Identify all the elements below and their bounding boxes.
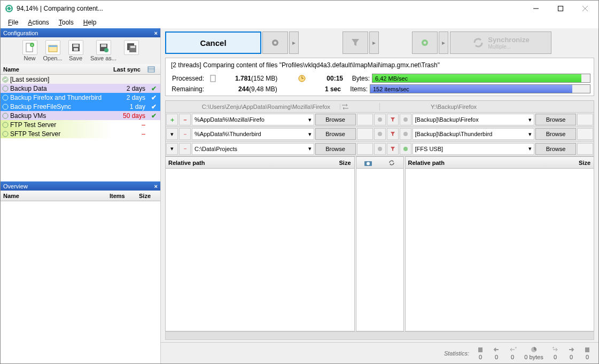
pair-compare-settings[interactable] — [374, 143, 386, 155]
overview-col-name[interactable]: Name — [1, 193, 110, 199]
sync-settings-dropdown[interactable]: ▸ — [439, 31, 448, 54]
svg-point-0 — [5, 5, 13, 12]
svg-rect-12 — [74, 48, 78, 51]
compare-settings-button[interactable] — [262, 31, 288, 54]
config-row-last-session[interactable]: [Last session] — [1, 75, 160, 84]
right-grid[interactable]: Relative pathSize — [405, 156, 595, 331]
browse-right-button[interactable]: Browse — [535, 114, 576, 125]
folder-pair-row: ▾ － %AppData%\Thunderbird▾ Browse [Backu… — [166, 127, 594, 141]
open-button[interactable]: Open... — [42, 39, 64, 62]
bytes-progress: 6,42 MB/sec — [372, 74, 590, 83]
sync-settings-button[interactable] — [412, 31, 438, 54]
filter-dropdown[interactable]: ▸ — [369, 31, 379, 54]
browse-left-button[interactable]: Browse — [315, 114, 356, 125]
compare-dropdown[interactable]: ▸ — [289, 31, 299, 54]
cloud-right-button[interactable] — [577, 128, 593, 140]
overview-col-size[interactable]: Size — [139, 193, 160, 199]
right-path-input[interactable]: [Backup]\Backup\Thunderbird▾ — [413, 128, 535, 140]
refresh-icon — [2, 131, 9, 137]
expand-button[interactable]: ▾ — [166, 143, 178, 155]
left-path-input[interactable]: C:\Data\Projects▾ — [192, 143, 314, 155]
maximize-button[interactable] — [548, 1, 573, 16]
cancel-button[interactable]: Cancel — [165, 31, 261, 54]
config-row-ftp-test[interactable]: FTP Test Server– — [1, 120, 160, 129]
remove-pair-button[interactable]: － — [179, 128, 191, 140]
svg-text:+: + — [552, 346, 555, 350]
cloud-left-button[interactable] — [357, 128, 373, 140]
menu-help[interactable]: Help — [79, 18, 101, 27]
processed-count: 1.781 — [219, 75, 251, 82]
col-size-left[interactable]: Size — [324, 160, 354, 166]
pair-sync-settings[interactable] — [400, 114, 411, 125]
swap-button[interactable] — [340, 103, 380, 110]
left-path-input[interactable]: %AppData%\Thunderbird▾ — [192, 128, 314, 140]
col-view-button[interactable] — [147, 66, 160, 73]
refresh-icon — [2, 85, 9, 92]
left-path-input[interactable]: %AppData%\Mozilla\Firefo▾ — [192, 114, 314, 125]
cloud-right-button[interactable] — [577, 114, 593, 125]
minimize-button[interactable] — [524, 1, 548, 16]
svg-point-30 — [274, 42, 277, 44]
right-path-input[interactable]: [Backup]\Backup\Firefox▾ — [413, 114, 535, 125]
titlebar: 94,14% | Comparing content... — [1, 1, 598, 17]
config-row-backup-firefox-thunderbird[interactable]: Backup Firefox and Thunderbird2 days✔ — [1, 93, 160, 102]
right-path-input[interactable]: [FFS USB]▾ — [413, 143, 535, 155]
config-row-backup-data[interactable]: Backup Data2 days✔ — [1, 84, 160, 93]
col-size-right[interactable]: Size — [564, 160, 594, 166]
browse-right-button[interactable]: Browse — [535, 143, 576, 155]
config-close-icon[interactable]: × — [154, 30, 158, 36]
col-name[interactable]: Name — [1, 66, 113, 73]
remove-pair-button[interactable]: － — [179, 143, 191, 155]
camera-icon[interactable] — [364, 159, 372, 167]
svg-point-15 — [104, 48, 108, 52]
col-last-sync[interactable]: Last sync — [113, 66, 147, 73]
browse-left-button[interactable]: Browse — [315, 128, 356, 140]
overview-col-items[interactable]: Items — [110, 193, 139, 199]
menu-file[interactable]: File — [4, 18, 22, 27]
compare-grids: Relative pathSize Relative pathSize — [165, 156, 594, 331]
pair-filter[interactable] — [387, 114, 399, 125]
overview-title: Overview — [3, 183, 28, 189]
pair-compare-settings[interactable] — [374, 128, 386, 140]
remove-pair-button[interactable]: － — [179, 114, 191, 125]
config-row-sftp-test[interactable]: SFTP Test Server– — [1, 129, 160, 138]
cloud-left-button[interactable] — [357, 114, 373, 125]
close-button[interactable] — [573, 1, 597, 16]
refresh-icon[interactable] — [387, 159, 396, 167]
browse-left-button[interactable]: Browse — [315, 143, 356, 155]
add-pair-button[interactable]: ＋ — [166, 114, 178, 125]
filter-button[interactable] — [343, 31, 368, 54]
new-button[interactable]: +New — [19, 39, 41, 62]
config-row-backup-freefilesync[interactable]: Backup FreeFileSync1 day✔ — [1, 102, 160, 111]
menu-actions[interactable]: Actions — [24, 18, 53, 27]
config-row-backup-vms[interactable]: Backup VMs50 days✔ — [1, 111, 160, 120]
horizontal-scrollbar[interactable] — [165, 331, 594, 340]
pair-filter[interactable] — [387, 128, 399, 140]
middle-grid[interactable] — [356, 156, 404, 331]
cloud-left-button[interactable] — [357, 143, 373, 155]
svg-text:+: + — [515, 346, 517, 350]
pair-sync-settings[interactable] — [400, 143, 411, 155]
config-list[interactable]: [Last session] Backup Data2 days✔ Backup… — [1, 75, 160, 181]
pair-filter[interactable] — [387, 143, 399, 155]
save-batch-button[interactable] — [120, 39, 143, 62]
file-icon — [209, 75, 217, 82]
pair-compare-settings[interactable] — [374, 114, 386, 125]
browse-right-button[interactable]: Browse — [535, 128, 576, 140]
cloud-right-button[interactable] — [577, 143, 593, 155]
svg-point-38 — [403, 117, 408, 122]
svg-rect-33 — [211, 75, 215, 82]
remaining-label: Remaining: — [169, 85, 207, 93]
menu-tools[interactable]: Tools — [55, 18, 78, 27]
expand-button[interactable]: ▾ — [166, 128, 178, 140]
gear-icon — [269, 37, 281, 49]
pair-sync-settings[interactable] — [400, 128, 411, 140]
overview-close-icon[interactable]: × — [154, 183, 158, 189]
col-relpath-left[interactable]: Relative path — [166, 160, 324, 166]
save-button[interactable]: Save — [65, 39, 87, 62]
svg-rect-9 — [49, 45, 57, 47]
svg-rect-18 — [130, 46, 135, 48]
left-grid[interactable]: Relative pathSize — [165, 156, 355, 331]
save-as-button[interactable]: Save as... — [88, 39, 120, 62]
col-relpath-right[interactable]: Relative path — [406, 160, 564, 166]
